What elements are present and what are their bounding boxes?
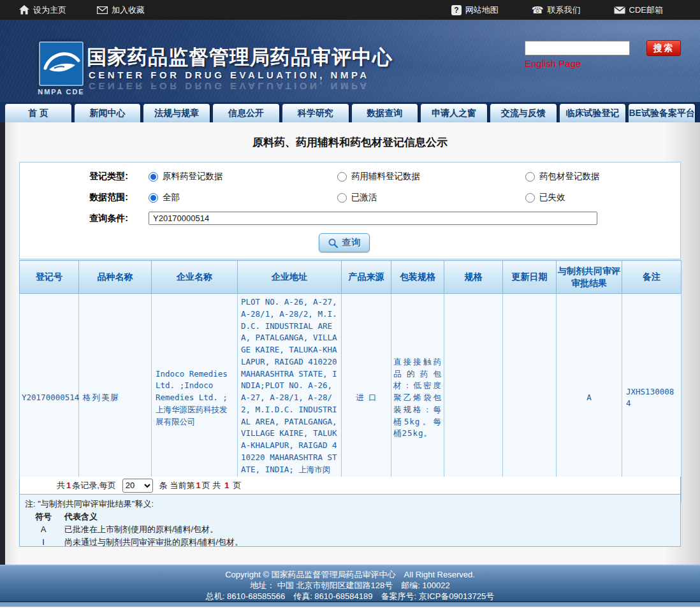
cell-update-date [503, 294, 557, 503]
radio-excipient-data[interactable]: 药用辅料登记数据 [337, 171, 420, 182]
cde-mailbox-link[interactable]: CDE邮箱 [614, 4, 663, 16]
tab-home[interactable]: 首 页 [5, 104, 71, 122]
cell-company-name: Indoco Remedies Ltd. ;Indoco Remedies Lt… [152, 294, 238, 503]
col-packaging-spec: 包装规格 [391, 261, 444, 294]
footer-address: 地址： 中国 北京市朝阳区建国路128号 邮编: 100022 [0, 580, 700, 591]
cell-joint-review-result: A [557, 294, 622, 503]
pagination-pages-label: 页 共 [202, 480, 221, 491]
radio-expired-label: 已失效 [539, 192, 565, 203]
cde-registration-page: 设为主页 加入收藏 ? 网站地图 ☎ 联系我们 CDE邮箱 [0, 0, 700, 608]
top-utility-bar: 设为主页 加入收藏 ? 网站地图 ☎ 联系我们 CDE邮箱 [0, 0, 700, 20]
site-footer: Copyright © 国家药品监督管理局药品审评中心 All Right Re… [0, 565, 700, 608]
cde-swoosh-icon [40, 43, 82, 85]
tab-info-disclosure[interactable]: 信息公开 [213, 104, 279, 122]
col-company-name: 企业名称 [152, 261, 238, 294]
nmpa-cde-logo[interactable] [39, 41, 84, 86]
add-favorite-link[interactable]: 加入收藏 [97, 4, 145, 16]
sitemap-link[interactable]: ? 网站地图 [451, 4, 499, 16]
query-button-label: 查询 [342, 237, 361, 249]
col-joint-review-result: 与制剂共同审评审批结果 [557, 261, 622, 294]
set-homepage-link[interactable]: 设为主页 [19, 4, 66, 16]
tab-science-research[interactable]: 科学研究 [282, 104, 349, 122]
registration-type-row: 登记类型: 原料药登记数据 药用辅料登记数据 药包材登记数据 [20, 171, 680, 184]
magnifier-icon [328, 238, 339, 249]
set-homepage-label: 设为主页 [33, 4, 66, 16]
legend-header-row: 符号 代表含义 [25, 510, 675, 523]
tab-clinical-trial-registration[interactable]: 临床试验登记 [560, 104, 626, 122]
legend-row-i: I 尚未通过与制剂共同审评审批的原料/辅料/包材。 [25, 536, 675, 549]
radio-expired-input[interactable] [525, 193, 535, 203]
legend-title: 注: "与制剂共同审评审批结果"释义: [25, 498, 675, 510]
table-header-row: 登记号 品种名称 企业名称 企业地址 产品来源 包装规格 规格 更新日期 与制剂… [20, 261, 682, 294]
pagination-total-count: 1 [66, 481, 71, 490]
cell-packaging-spec: 直接接触药品的药包材：低密度聚乙烯袋包装规格：每桶5kg。每桶25kg。 [391, 294, 444, 503]
query-condition-label: 查询条件: [76, 213, 128, 224]
query-condition-input[interactable] [149, 212, 597, 225]
radio-activated[interactable]: 已激活 [337, 192, 377, 203]
radio-packaging-data[interactable]: 药包材登记数据 [525, 171, 600, 182]
legend-symbol-header: 符号 [33, 510, 54, 523]
page-title: 原料药、药用辅料和药包材登记信息公示 [0, 135, 700, 150]
registration-type-label: 登记类型: [76, 171, 128, 182]
col-spec: 规格 [444, 261, 503, 294]
results-table: 登记号 品种名称 企业名称 企业地址 产品来源 包装规格 规格 更新日期 与制剂… [19, 260, 682, 503]
pagination-page-suffix: 页 [233, 480, 242, 491]
cell-registration-no: Y20170000514 [20, 294, 79, 503]
radio-activated-input[interactable] [337, 193, 347, 203]
legend-meaning-i: 尚未通过与制剂共同审评审批的原料/辅料/包材。 [64, 536, 243, 549]
col-update-date: 更新日期 [503, 261, 557, 294]
tab-communication-feedback[interactable]: 交流与反馈 [490, 104, 557, 122]
radio-expired[interactable]: 已失效 [525, 192, 565, 203]
cde-mailbox-label: CDE邮箱 [629, 4, 663, 16]
site-search-input[interactable] [525, 41, 630, 55]
site-title-english: CENTER FOR DRUG EVALUATION, NMPA [89, 69, 370, 80]
envelope-icon [97, 6, 108, 14]
legend-panel: 注: "与制剂共同审评审批结果"释义: 符号 代表含义 A 已批准在上市制剂使用… [19, 494, 681, 547]
radio-excipient-label: 药用辅料登记数据 [351, 171, 420, 182]
pagination-after-select: 条 当前第 [159, 480, 195, 491]
pagination-records-label: 条记录,每页 [72, 480, 116, 491]
site-title-reflection: CENTER FOR DRUG EVALUATION, NMPA [89, 81, 370, 92]
radio-all[interactable]: 全部 [149, 192, 180, 203]
pagination-total-pages: 1 [224, 481, 229, 490]
cell-product-name: 格列美脲 [79, 294, 152, 503]
site-search-button[interactable]: 搜索 [646, 40, 681, 56]
tab-be-platform[interactable]: BE试验备案平台 [629, 104, 695, 122]
pagination-current-page: 1 [196, 481, 200, 490]
per-page-select[interactable]: 20 [122, 479, 153, 493]
col-company-address: 企业地址 [238, 261, 342, 294]
logo-caption: NMPA CDE [31, 88, 92, 96]
tab-data-query[interactable]: 数据查询 [352, 104, 418, 122]
tab-applicant-window[interactable]: 申请人之窗 [421, 104, 487, 122]
radio-all-input[interactable] [149, 193, 158, 203]
legend-meaning-a: 已批准在上市制剂使用的原料/辅料/包材。 [64, 523, 218, 536]
table-row: Y20170000514 格列美脲 Indoco Remedies Ltd. ;… [20, 294, 682, 503]
contact-us-link[interactable]: ☎ 联系我们 [532, 4, 581, 16]
radio-all-label: 全部 [163, 192, 180, 203]
topbar-left-group: 设为主页 加入收藏 [0, 4, 145, 16]
legend-meaning-header: 代表含义 [64, 510, 98, 523]
radio-raw-material-input[interactable] [149, 172, 158, 182]
legend-row-a: A 已批准在上市制剂使用的原料/辅料/包材。 [25, 523, 675, 536]
radio-excipient-input[interactable] [337, 172, 347, 182]
tab-news-center[interactable]: 新闻中心 [75, 104, 141, 122]
col-product-origin: 产品来源 [342, 261, 391, 294]
cell-product-origin: 进 口 [342, 294, 391, 503]
footer-contact: 总机: 8610-68585566 传真: 8610-68584189 备案序号… [0, 591, 700, 602]
query-form-panel: 登记类型: 原料药登记数据 药用辅料登记数据 药包材登记数据 数据范围: [19, 162, 681, 259]
query-button[interactable]: 查询 [319, 233, 370, 252]
contact-us-label: 联系我们 [548, 4, 581, 16]
site-title-chinese: 国家药品监督管理局药品审评中心 [87, 44, 393, 71]
tab-regulations[interactable]: 法规与规章 [143, 104, 210, 122]
english-page-link[interactable]: English Page [525, 58, 581, 69]
radio-packaging-input[interactable] [525, 172, 535, 182]
legend-symbol-a: A [33, 523, 54, 536]
footer-text-block: Copyright © 国家药品监督管理局药品审评中心 All Right Re… [0, 565, 700, 601]
cell-spec [444, 294, 503, 503]
footer-bottom-bar [0, 602, 700, 607]
radio-raw-material-data[interactable]: 原料药登记数据 [149, 171, 223, 182]
add-favorite-label: 加入收藏 [112, 4, 145, 16]
mail-icon [614, 6, 625, 14]
pagination-total-prefix: 共 [57, 480, 65, 491]
content-area: 原料药、药用辅料和药包材登记信息公示 登记类型: 原料药登记数据 药用辅料登记数… [0, 122, 700, 565]
